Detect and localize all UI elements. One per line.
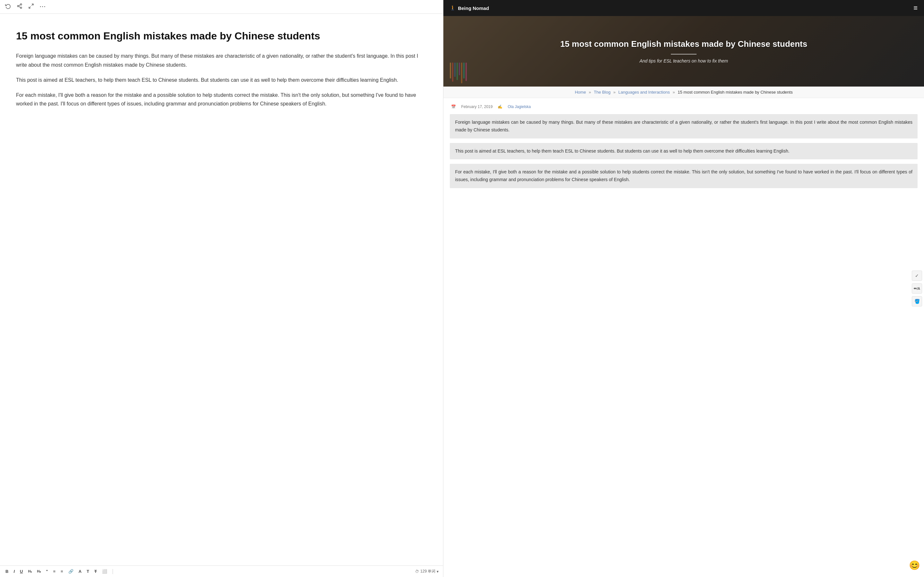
article-paragraph-2: This post is aimed at ESL teachers, to h… — [450, 143, 918, 160]
svg-point-0 — [20, 4, 22, 5]
breadcrumb-languages[interactable]: Languages and Interactions — [618, 90, 670, 95]
strikethrough-button[interactable]: T — [94, 568, 98, 574]
svg-line-5 — [32, 4, 33, 5]
word-count: ⏱ 129 单词 ▾ — [415, 569, 439, 574]
right-sidebar: ✓ ✏/A 🪣 — [910, 268, 924, 309]
article-title: 15 most common English mistakes made by … — [16, 30, 427, 42]
hero-title: 15 most common English mistakes made by … — [560, 39, 807, 49]
calendar-icon: 📅 — [451, 105, 456, 109]
bold-button[interactable]: B — [5, 568, 9, 574]
text-color-button[interactable]: A — [78, 568, 82, 574]
article-date: February 17, 2019 — [461, 105, 493, 109]
hero-subtitle: And tips for ESL teachers on how to fix … — [560, 58, 807, 63]
article-section: 📅 February 17, 2019 ✍ Ola Jagielska Fore… — [443, 98, 924, 202]
breadcrumb-sep-1: » — [589, 90, 592, 95]
article-author[interactable]: Ola Jagielska — [507, 105, 531, 109]
editor-paragraph-3: For each mistake, I'll give both a reaso… — [16, 91, 427, 108]
logo-icon: 🚶 — [450, 5, 456, 11]
hero-divider — [671, 54, 696, 55]
svg-point-2 — [20, 7, 22, 9]
site-nav: 🚶 Being Nomad ≡ — [443, 0, 924, 16]
refresh-button[interactable] — [5, 3, 11, 10]
word-count-icon: ⏱ — [415, 569, 419, 574]
h1-button[interactable]: H₁ — [27, 569, 33, 574]
article-paragraph-3-text: For each mistake, I'll give both a reaso… — [455, 169, 913, 182]
breadcrumb-sep-3: » — [672, 90, 676, 95]
link-button[interactable]: 🔗 — [67, 568, 74, 574]
italic-button[interactable]: I — [13, 568, 16, 574]
article-paragraph-1-text: Foreign language mistakes can be caused … — [455, 119, 913, 132]
breadcrumb-sep-2: » — [614, 90, 617, 95]
list-button[interactable]: ≡ — [52, 568, 57, 574]
underline-button[interactable]: U — [19, 568, 24, 574]
editor-panel: ··· 15 most common English mistakes made… — [0, 0, 443, 577]
quote-button[interactable]: " — [45, 568, 49, 574]
article-paragraph-1: Foreign language mistakes can be caused … — [450, 114, 918, 139]
editor-content[interactable]: 15 most common English mistakes made by … — [0, 14, 443, 566]
text-format-button[interactable]: T — [86, 568, 90, 574]
word-count-caret[interactable]: ▾ — [437, 569, 439, 574]
floating-emoji[interactable]: 😊 — [909, 560, 920, 571]
ordered-list-button[interactable]: ≡ — [60, 568, 64, 574]
svg-point-1 — [17, 5, 19, 7]
share-button[interactable] — [17, 3, 23, 10]
editor-bottom-toolbar: B I U H₁ H₂ " ≡ ≡ 🔗 A T T ⬜ ⏱ 129 单词 ▾ — [0, 566, 443, 577]
editor-paragraph-1: Foreign language mistakes can be caused … — [16, 52, 427, 69]
breadcrumb-blog[interactable]: The Blog — [594, 90, 611, 95]
hamburger-menu[interactable]: ≡ — [913, 4, 918, 12]
pencil-decoration — [450, 63, 467, 83]
word-count-value: 129 单词 — [420, 569, 435, 574]
logo-text: Being Nomad — [458, 5, 489, 11]
article-paragraph-3: For each mistake, I'll give both a reaso… — [450, 164, 918, 188]
image-button[interactable]: ⬜ — [101, 568, 108, 574]
toolbar-separator — [113, 569, 113, 574]
article-paragraph-2-text: This post is aimed at ESL teachers, to h… — [455, 148, 789, 153]
check-icon-button[interactable]: ✓ — [912, 271, 922, 281]
svg-line-3 — [19, 6, 20, 7]
hero-content: 15 most common English mistakes made by … — [554, 33, 814, 69]
editor-toolbar-top: ··· — [0, 0, 443, 14]
site-logo: 🚶 Being Nomad — [450, 5, 489, 11]
breadcrumb-current: 15 most common English mistakes made by … — [678, 90, 792, 95]
h2-button[interactable]: H₂ — [36, 569, 42, 574]
browser-panel: 🚶 Being Nomad ≡ 15 most common English m… — [443, 0, 924, 577]
edit-icon-button[interactable]: ✏/A — [912, 284, 922, 293]
breadcrumb: Home » The Blog » Languages and Interact… — [450, 90, 918, 95]
article-meta: 📅 February 17, 2019 ✍ Ola Jagielska — [450, 105, 918, 109]
breadcrumb-home[interactable]: Home — [575, 90, 586, 95]
breadcrumb-section: Home » The Blog » Languages and Interact… — [443, 87, 924, 98]
bucket-icon-button[interactable]: 🪣 — [912, 296, 922, 306]
hero-section: 15 most common English mistakes made by … — [443, 16, 924, 87]
svg-line-4 — [19, 5, 20, 6]
website-container[interactable]: 🚶 Being Nomad ≡ 15 most common English m… — [443, 0, 924, 577]
author-icon: ✍ — [498, 105, 502, 109]
fullscreen-button[interactable] — [28, 3, 34, 10]
editor-paragraph-2: This post is aimed at ESL teachers, to h… — [16, 76, 427, 84]
more-button[interactable]: ··· — [40, 4, 46, 10]
svg-line-6 — [29, 7, 31, 8]
